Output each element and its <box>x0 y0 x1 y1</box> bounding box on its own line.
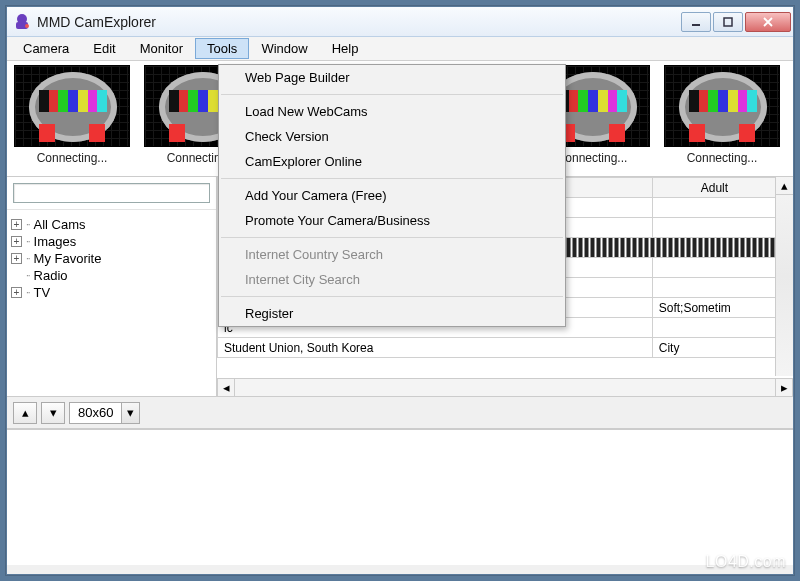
thumbnail-card[interactable]: Connecting... <box>7 61 137 176</box>
thumbnail-label: Connecting... <box>9 151 135 165</box>
dropdown-item[interactable]: Check Version <box>219 124 565 149</box>
close-button[interactable] <box>745 12 791 32</box>
menu-help[interactable]: Help <box>320 38 371 59</box>
app-window: MMD CamExplorer Camera Edit Monitor Tool… <box>6 6 794 575</box>
scroll-left-icon[interactable]: ◂ <box>217 379 235 396</box>
tree-node[interactable]: +··My Favorite <box>11 250 212 267</box>
bottom-toolbar: ▴ ▾ 80x60 ▾ <box>7 397 793 429</box>
watermark: LO4D.com <box>706 553 786 571</box>
expand-icon[interactable]: + <box>11 253 22 264</box>
thumbnail-label: Connecting... <box>659 151 785 165</box>
menu-camera[interactable]: Camera <box>11 38 81 59</box>
svg-rect-4 <box>724 18 732 26</box>
menu-window[interactable]: Window <box>249 38 319 59</box>
thumbnail-card[interactable]: Connecting... <box>657 61 787 176</box>
expand-icon[interactable]: + <box>11 287 22 298</box>
size-down-button[interactable]: ▾ <box>41 402 65 424</box>
tree-node[interactable]: +··All Cams <box>11 216 212 233</box>
search-input[interactable] <box>13 183 210 203</box>
expand-icon[interactable]: + <box>11 236 22 247</box>
dropdown-item[interactable]: Load New WebCams <box>219 99 565 124</box>
dropdown-item[interactable]: Add Your Camera (Free) <box>219 183 565 208</box>
maximize-button[interactable] <box>713 12 743 32</box>
menu-separator <box>221 178 563 179</box>
category-tree: +··All Cams +··Images +··My Favorite ··R… <box>7 210 216 307</box>
tools-dropdown: Web Page Builder Load New WebCams Check … <box>218 64 566 327</box>
menu-separator <box>221 296 563 297</box>
menu-tools[interactable]: Tools <box>195 38 249 59</box>
tree-node[interactable]: +··TV <box>11 284 212 301</box>
window-title: MMD CamExplorer <box>37 14 679 30</box>
size-combo[interactable]: 80x60 ▾ <box>69 402 140 424</box>
tree-label: Images <box>34 234 77 249</box>
scroll-right-icon[interactable]: ▸ <box>775 379 793 396</box>
table-row[interactable]: Student Union, South KoreaCity <box>218 338 777 358</box>
tree-node[interactable]: ··Radio <box>11 267 212 284</box>
expand-icon[interactable]: + <box>11 219 22 230</box>
dropdown-item: Internet City Search <box>219 267 565 292</box>
dropdown-item: Internet Country Search <box>219 242 565 267</box>
tree-label: Radio <box>34 268 68 283</box>
minimize-button[interactable] <box>681 12 711 32</box>
left-pane: +··All Cams +··Images +··My Favorite ··R… <box>7 177 217 396</box>
dropdown-item[interactable]: CamExplorer Online <box>219 149 565 174</box>
tree-label: TV <box>34 285 51 300</box>
dropdown-item[interactable]: Register <box>219 301 565 326</box>
vertical-scrollbar[interactable]: ▴ <box>775 177 793 376</box>
horizontal-scrollbar[interactable]: ◂ ▸ <box>217 378 793 396</box>
dropdown-item[interactable]: Web Page Builder <box>219 65 565 90</box>
dropdown-item[interactable]: Promote Your Camera/Business <box>219 208 565 233</box>
app-icon <box>13 13 31 31</box>
tree-label: My Favorite <box>34 251 102 266</box>
menu-edit[interactable]: Edit <box>81 38 127 59</box>
detail-area <box>7 429 793 565</box>
camera-preview <box>664 65 780 147</box>
tree-label: All Cams <box>34 217 86 232</box>
size-combo-value: 80x60 <box>70 405 121 420</box>
scroll-up-icon[interactable]: ▴ <box>776 177 793 195</box>
column-header[interactable]: Adult <box>652 178 776 198</box>
tree-node[interactable]: +··Images <box>11 233 212 250</box>
camera-preview <box>14 65 130 147</box>
menu-separator <box>221 237 563 238</box>
svg-point-2 <box>25 24 29 28</box>
titlebar[interactable]: MMD CamExplorer <box>7 7 793 37</box>
chevron-down-icon[interactable]: ▾ <box>121 403 139 423</box>
menu-separator <box>221 94 563 95</box>
svg-rect-3 <box>692 24 700 26</box>
menubar: Camera Edit Monitor Tools Window Help <box>7 37 793 61</box>
menu-monitor[interactable]: Monitor <box>128 38 195 59</box>
size-up-button[interactable]: ▴ <box>13 402 37 424</box>
window-buttons <box>679 12 791 32</box>
